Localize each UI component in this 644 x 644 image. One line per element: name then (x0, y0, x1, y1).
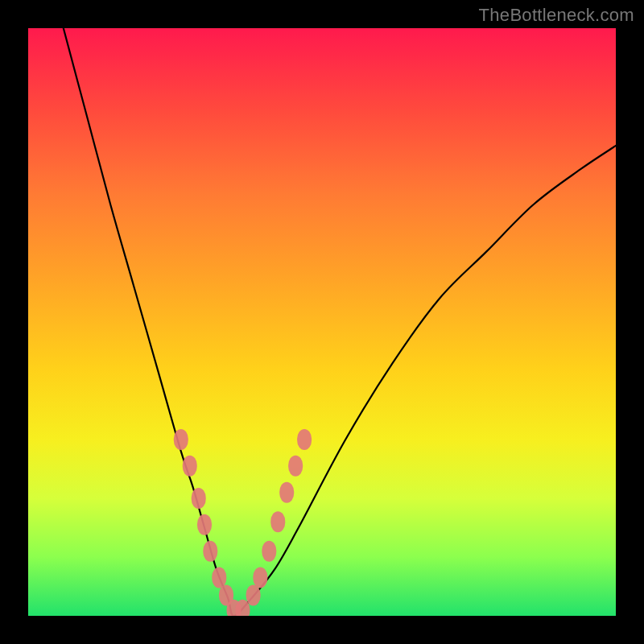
chart-svg (28, 28, 616, 616)
marker-dot (203, 541, 217, 562)
marker-dot (246, 584, 261, 605)
watermark-text: TheBottleneck.com (479, 5, 634, 26)
marker-dot (297, 429, 312, 450)
marker-dot (197, 514, 212, 535)
bottleneck-curve (64, 28, 616, 616)
plot-area (28, 28, 616, 616)
marker-dot (212, 568, 226, 588)
highlight-dots (174, 429, 312, 616)
marker-dot (288, 456, 303, 477)
marker-dot (192, 488, 206, 509)
marker-dot (279, 482, 294, 503)
chart-frame: TheBottleneck.com (0, 0, 644, 644)
marker-dot (270, 511, 285, 532)
marker-dot (183, 456, 197, 477)
marker-dot (174, 429, 188, 450)
marker-dot (253, 568, 267, 588)
curve-layer (64, 28, 616, 616)
marker-dot (262, 541, 276, 562)
